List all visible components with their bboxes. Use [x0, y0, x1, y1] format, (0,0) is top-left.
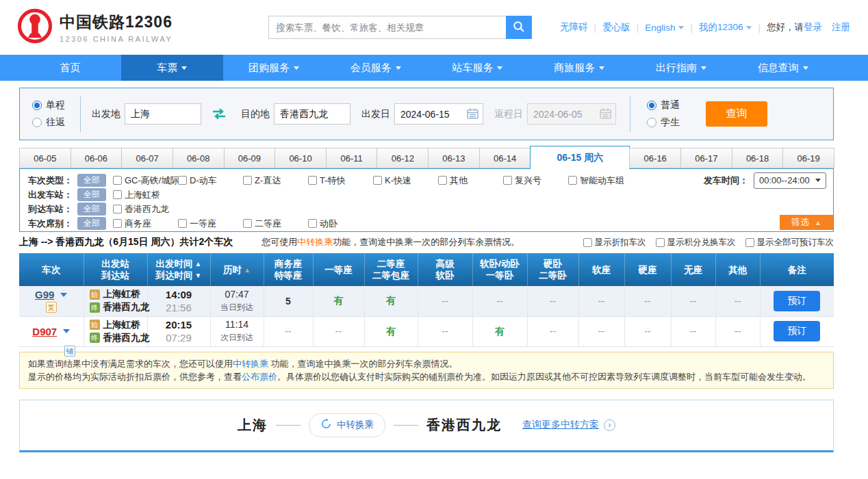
register-link[interactable]: 注册: [832, 21, 850, 34]
checkbox-icon[interactable]: [243, 176, 252, 185]
checkbox-icon[interactable]: [113, 205, 122, 213]
checkbox-icon[interactable]: [656, 238, 665, 247]
date-tab[interactable]: 06-17: [680, 148, 732, 168]
depart-time-select[interactable]: 00:00--24:00: [754, 172, 826, 189]
passenger-type-normal[interactable]: 普通: [647, 99, 680, 112]
checkbox-icon[interactable]: [113, 190, 122, 199]
radio-icon[interactable]: [32, 118, 42, 127]
date-tab[interactable]: 06-06: [71, 148, 123, 168]
checkbox-icon[interactable]: [243, 219, 252, 228]
train-number-link[interactable]: G99: [35, 289, 54, 300]
col-duration-sortable[interactable]: 历时▲: [210, 253, 264, 286]
filter-gc-highspeed[interactable]: GC-高铁/城际: [113, 174, 178, 187]
published-price-link[interactable]: 公布票价: [242, 372, 277, 382]
transfer-tip-link[interactable]: 中转换乘: [297, 237, 333, 247]
calendar-icon[interactable]: [467, 108, 478, 122]
query-button[interactable]: 查询: [706, 101, 767, 127]
filter-second-seat[interactable]: 二等座: [243, 218, 308, 230]
train-number-link[interactable]: D907: [32, 326, 57, 337]
date-tab[interactable]: 06-14: [479, 148, 531, 168]
filter-depart-station[interactable]: 上海虹桥: [113, 189, 160, 201]
show-all-bookable-checkbox[interactable]: 显示全部可预订车次: [745, 237, 834, 248]
nav-item-tickets[interactable]: 车票: [121, 55, 223, 81]
link-accessibility[interactable]: 无障碍: [560, 21, 588, 34]
show-discount-checkbox[interactable]: 显示折扣车次: [583, 237, 646, 248]
sort-asc-icon[interactable]: ▲: [195, 258, 202, 270]
nav-item-home[interactable]: 首页: [19, 55, 121, 81]
circle-arrow-icon[interactable]: ›: [604, 419, 615, 431]
checkbox-icon[interactable]: [438, 176, 447, 185]
sort-asc-icon[interactable]: ▲: [244, 264, 251, 276]
logo[interactable]: 中国铁路12306 12306 CHINA RAILWAY: [17, 8, 173, 47]
depart-station-all-badge[interactable]: 全部: [77, 188, 106, 201]
expand-train-icon[interactable]: [60, 293, 67, 297]
date-tab[interactable]: 06-08: [173, 148, 225, 168]
checkbox-icon[interactable]: [745, 238, 754, 247]
seat-class-all-badge[interactable]: 全部: [77, 217, 106, 230]
filter-other-type[interactable]: 其他: [438, 174, 503, 187]
filter-smart-emu[interactable]: 智能动车组: [568, 174, 624, 187]
filter-business-seat[interactable]: 商务座: [113, 218, 178, 230]
sift-button[interactable]: 筛选▲: [780, 215, 833, 230]
filter-first-seat[interactable]: 一等座: [178, 218, 243, 230]
book-button[interactable]: 预订: [774, 321, 820, 341]
radio-icon[interactable]: [647, 118, 656, 127]
more-transfer-link[interactable]: 查询更多中转方案: [522, 419, 599, 431]
date-tab[interactable]: 06-10: [275, 148, 327, 168]
sort-desc-icon[interactable]: ▼: [195, 270, 202, 281]
trip-type-one-way[interactable]: 单程: [32, 99, 65, 112]
checkbox-icon[interactable]: [373, 176, 382, 185]
filter-z-direct[interactable]: Z-直达: [243, 174, 308, 187]
link-english[interactable]: English: [645, 23, 675, 33]
date-tab[interactable]: 06-16: [629, 148, 681, 168]
search-button[interactable]: [506, 16, 532, 39]
nav-item-business-travel[interactable]: 商旅服务: [528, 55, 630, 81]
expand-train-icon[interactable]: [63, 329, 70, 333]
train-type-all-badge[interactable]: 全部: [77, 174, 106, 187]
nav-item-travel-guide[interactable]: 出行指南: [630, 55, 732, 81]
date-tab[interactable]: 06-11: [326, 148, 378, 168]
checkbox-icon[interactable]: [113, 219, 122, 228]
nav-item-station-services[interactable]: 站车服务: [426, 55, 528, 81]
transfer-link[interactable]: 中转换乘: [233, 359, 268, 369]
col-times-sortable[interactable]: 出发时间▲到达时间▼: [147, 253, 210, 286]
radio-selected-icon[interactable]: [647, 101, 656, 110]
link-my-12306[interactable]: 我的12306: [699, 21, 743, 34]
transfer-pill-button[interactable]: 中转换乘: [309, 413, 385, 437]
date-tab[interactable]: 06-18: [732, 148, 784, 168]
filter-d-emu[interactable]: D-动车: [178, 174, 243, 187]
checkbox-icon[interactable]: [308, 219, 317, 228]
trip-type-round-trip[interactable]: 往返: [32, 116, 65, 129]
radio-selected-icon[interactable]: [32, 101, 42, 110]
arrive-station-all-badge[interactable]: 全部: [77, 203, 106, 216]
passenger-type-student[interactable]: 学生: [647, 116, 680, 129]
link-care-version[interactable]: 爱心版: [602, 21, 630, 34]
nav-item-group-services[interactable]: 团购服务: [223, 55, 325, 81]
checkbox-icon[interactable]: [568, 176, 577, 185]
date-tab[interactable]: 06-07: [121, 148, 173, 168]
to-station-input[interactable]: [274, 103, 350, 125]
book-button[interactable]: 预订: [774, 291, 820, 311]
login-link[interactable]: 登录: [804, 21, 822, 34]
filter-arrive-station[interactable]: 香港西九龙: [113, 203, 169, 216]
show-points-checkbox[interactable]: 显示积分兑换车次: [656, 237, 736, 248]
date-tab[interactable]: 06-19: [782, 148, 834, 168]
checkbox-icon[interactable]: [308, 176, 317, 185]
filter-emu-sleeper[interactable]: 动卧: [308, 218, 373, 230]
filter-k-fast[interactable]: K-快速: [373, 174, 438, 187]
checkbox-icon[interactable]: [178, 219, 187, 228]
nav-item-member-services[interactable]: 会员服务: [324, 55, 426, 81]
nav-item-info-query[interactable]: 信息查询: [732, 55, 834, 81]
date-tab[interactable]: 06-05: [19, 148, 71, 168]
date-tab[interactable]: 06-13: [428, 148, 480, 168]
checkbox-icon[interactable]: [113, 176, 122, 185]
search-input[interactable]: [268, 16, 506, 39]
date-tab[interactable]: 06-12: [376, 148, 429, 168]
swap-stations-icon[interactable]: [211, 108, 227, 120]
checkbox-icon[interactable]: [583, 238, 592, 247]
date-tab-selected[interactable]: 06-15 周六: [530, 146, 630, 169]
checkbox-icon[interactable]: [503, 176, 512, 185]
from-station-input[interactable]: [125, 103, 201, 125]
date-tab[interactable]: 06-09: [224, 148, 276, 168]
filter-fuxing[interactable]: 复兴号: [503, 174, 568, 187]
